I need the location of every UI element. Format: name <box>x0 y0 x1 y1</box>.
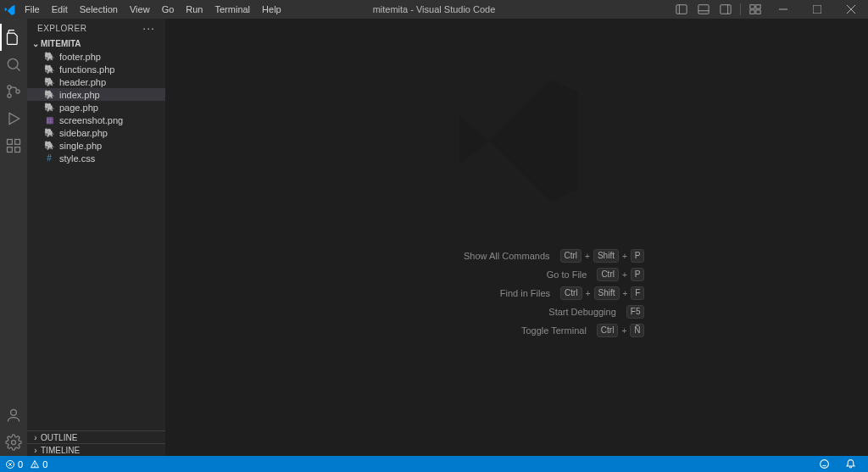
timeline-section[interactable]: › TIMELINE <box>27 443 165 456</box>
explorer-icon[interactable] <box>0 24 27 51</box>
chevron-down-icon: ⌄ <box>31 39 41 48</box>
svg-marker-19 <box>9 113 19 124</box>
status-bell-icon[interactable] <box>845 458 856 469</box>
close-icon[interactable] <box>834 0 868 19</box>
svg-rect-6 <box>750 5 754 8</box>
svg-rect-8 <box>750 10 754 14</box>
php-file-icon: 🐘 <box>42 89 56 101</box>
key: P <box>631 249 645 263</box>
shortcut-keys[interactable]: Ctrl+Ñ <box>597 324 645 337</box>
img-file-icon: ▦ <box>42 114 56 126</box>
svg-rect-21 <box>8 147 13 153</box>
menu-file[interactable]: File <box>19 0 46 19</box>
status-warnings[interactable]: 0 <box>30 459 47 469</box>
menu-selection[interactable]: Selection <box>74 0 124 19</box>
key: Shift <box>594 286 620 300</box>
sidebar: EXPLORER ··· ⌄ MITEMITA 🐘footer.php🐘func… <box>27 19 165 456</box>
menu-view[interactable]: View <box>124 0 156 19</box>
svg-rect-2 <box>698 5 709 14</box>
file-item[interactable]: 🐘functions.php <box>27 63 165 75</box>
file-name: functions.php <box>59 64 114 75</box>
outline-section[interactable]: › OUTLINE <box>27 430 165 443</box>
file-name: page.php <box>59 103 98 113</box>
shortcut-label: Find in Files <box>389 288 550 298</box>
status-feedback-icon[interactable] <box>819 458 830 469</box>
key: Ctrl <box>597 324 619 337</box>
status-errors[interactable]: 0 <box>5 459 23 469</box>
file-name: header.php <box>59 77 106 87</box>
menu-terminal[interactable]: Terminal <box>209 0 257 19</box>
toggle-panel-icon[interactable] <box>693 0 715 19</box>
plus-separator: + <box>623 289 628 298</box>
shortcut-row: Find in FilesCtrl+Shift+F <box>389 286 645 300</box>
activity-bar <box>0 19 27 456</box>
shortcut-keys[interactable]: F5 <box>626 305 645 319</box>
sidebar-title: EXPLORER <box>37 24 86 33</box>
toggle-secondary-sidebar-icon[interactable] <box>715 0 737 19</box>
menu-run[interactable]: Run <box>180 0 209 19</box>
source-control-icon[interactable] <box>0 78 27 105</box>
shortcut-keys[interactable]: Ctrl+P <box>597 268 644 281</box>
chevron-right-icon: › <box>31 446 41 455</box>
svg-point-24 <box>11 409 17 415</box>
key: Shift <box>593 249 619 263</box>
file-item[interactable]: 🐘footer.php <box>27 50 165 63</box>
key: Ctrl <box>560 249 582 263</box>
svg-point-30 <box>35 465 36 466</box>
error-count: 0 <box>18 459 23 469</box>
menu-help[interactable]: Help <box>256 0 287 19</box>
svg-rect-9 <box>756 10 760 14</box>
key: Ctrl <box>597 268 619 281</box>
toggle-primary-sidebar-icon[interactable] <box>670 0 693 19</box>
settings-gear-icon[interactable] <box>0 429 27 456</box>
shortcut-row: Start DebuggingF5 <box>389 305 645 319</box>
chevron-right-icon: › <box>31 433 41 442</box>
svg-rect-11 <box>813 5 821 14</box>
shortcut-keys[interactable]: Ctrl+Shift+P <box>560 249 645 263</box>
file-name: style.css <box>59 153 95 164</box>
folder-header[interactable]: ⌄ MITEMITA <box>27 37 165 50</box>
run-debug-icon[interactable] <box>0 105 27 132</box>
svg-rect-20 <box>8 140 13 145</box>
svg-point-16 <box>8 86 11 89</box>
key: F5 <box>626 305 645 319</box>
plus-separator: + <box>622 270 627 280</box>
shortcut-label: Toggle Terminal <box>426 325 587 336</box>
php-file-icon: 🐘 <box>42 140 56 152</box>
file-item[interactable]: 🐘index.php <box>27 88 165 101</box>
php-file-icon: 🐘 <box>42 102 56 114</box>
editor-area: Show All CommandsCtrl+Shift+PGo to FileC… <box>165 19 868 456</box>
outline-label: OUTLINE <box>41 433 77 442</box>
vscode-app-icon <box>0 3 19 15</box>
timeline-label: TIMELINE <box>41 446 80 455</box>
minimize-icon[interactable] <box>766 0 800 19</box>
extensions-icon[interactable] <box>0 132 27 159</box>
file-list: 🐘footer.php🐘functions.php🐘header.php🐘ind… <box>27 50 165 164</box>
file-item[interactable]: 🐘header.php <box>27 75 165 88</box>
svg-rect-0 <box>676 5 687 14</box>
folder-name: MITEMITA <box>41 39 81 48</box>
svg-line-15 <box>16 67 19 70</box>
vscode-watermark-icon <box>441 64 593 220</box>
svg-point-17 <box>8 94 11 97</box>
php-file-icon: 🐘 <box>42 76 56 88</box>
sidebar-more-icon[interactable]: ··· <box>142 21 155 35</box>
search-icon[interactable] <box>0 51 27 78</box>
maximize-icon[interactable] <box>800 0 834 19</box>
file-item[interactable]: 🐘page.php <box>27 101 165 114</box>
warning-count: 0 <box>42 459 47 469</box>
menu-go[interactable]: Go <box>156 0 181 19</box>
file-item[interactable]: #style.css <box>27 152 165 164</box>
file-item[interactable]: 🐘sidebar.php <box>27 126 165 139</box>
customize-layout-icon[interactable] <box>744 0 766 19</box>
accounts-icon[interactable] <box>0 402 27 429</box>
shortcut-keys[interactable]: Ctrl+Shift+F <box>560 286 644 300</box>
svg-point-18 <box>16 90 19 93</box>
file-item[interactable]: 🐘single.php <box>27 139 165 152</box>
key: Ñ <box>630 324 644 337</box>
svg-rect-4 <box>721 5 731 14</box>
svg-point-25 <box>12 441 16 445</box>
shortcut-label: Go to File <box>426 269 587 280</box>
menu-edit[interactable]: Edit <box>46 0 74 19</box>
file-item[interactable]: ▦screenshot.png <box>27 114 165 126</box>
